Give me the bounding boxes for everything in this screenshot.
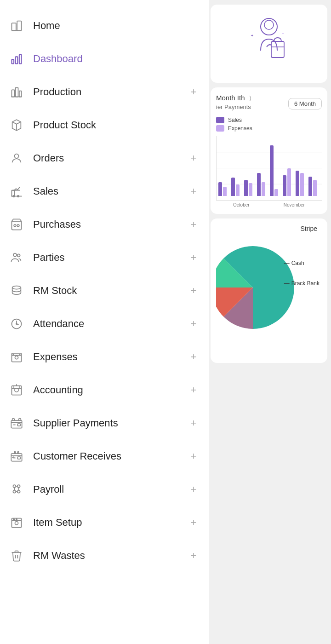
- chart-subtitle: ier Payments: [216, 104, 251, 110]
- attendance-icon: [8, 316, 25, 332]
- sidebar-item-purchases[interactable]: Purchases +: [0, 208, 209, 241]
- sidebar-item-label: Expenses: [33, 351, 187, 363]
- purchases-icon: [8, 216, 25, 233]
- bar-group: [270, 145, 281, 196]
- expand-button[interactable]: +: [187, 318, 200, 330]
- sidebar-item-accounting[interactable]: Accounting +: [0, 374, 209, 407]
- expand-button[interactable]: +: [187, 450, 200, 462]
- sidebar-item-supplier-payments[interactable]: Supplier Payments +: [0, 407, 209, 440]
- expand-button[interactable]: +: [187, 285, 200, 297]
- expand-button[interactable]: +: [187, 351, 200, 363]
- svg-point-29: [19, 354, 20, 355]
- sidebar-item-rm-stock[interactable]: RM Stock +: [0, 274, 209, 307]
- chart-card: Month Ith ) ier Payments 6 Month Sales E…: [211, 87, 327, 214]
- expenses-bar: [313, 180, 317, 196]
- chart-legend: Sales Expenses: [216, 117, 322, 132]
- bar-group: [244, 180, 256, 196]
- right-panel: ✦ ✦ Month Ith ) ier Payments 6 Month Sal…: [207, 0, 331, 644]
- chart-x-labels: October November: [216, 202, 322, 207]
- svg-point-40: [17, 490, 20, 493]
- sidebar-item-item-setup[interactable]: Item Setup +: [0, 506, 209, 539]
- payroll-icon: [8, 481, 25, 498]
- svg-rect-0: [12, 23, 16, 30]
- legend-item-sales: Sales: [216, 117, 322, 123]
- sidebar-item-payroll[interactable]: Payroll +: [0, 473, 209, 506]
- expand-button[interactable]: +: [187, 517, 200, 529]
- sidebar-item-label: Production: [33, 86, 187, 98]
- sidebar: Home Dashboard Production +: [0, 0, 209, 644]
- sidebar-item-label: Sales: [33, 185, 187, 197]
- sidebar-item-attendance[interactable]: Attendance +: [0, 307, 209, 340]
- expand-button[interactable]: +: [187, 417, 200, 429]
- sales-bar: [296, 171, 299, 196]
- expand-button[interactable]: +: [187, 384, 200, 396]
- pie-card: Stripe: [211, 218, 327, 363]
- sidebar-item-label: Attendance: [33, 318, 187, 330]
- expand-button[interactable]: +: [187, 152, 200, 164]
- expand-button[interactable]: +: [187, 550, 200, 562]
- svg-point-20: [17, 224, 19, 227]
- svg-rect-36: [17, 457, 20, 459]
- bar-chart-inner: [217, 136, 322, 196]
- sales-bar: [218, 182, 222, 196]
- expand-button[interactable]: +: [187, 218, 200, 230]
- sales-bar: [231, 178, 235, 196]
- svg-point-39: [13, 490, 16, 493]
- bar-group: [231, 178, 243, 196]
- svg-point-48: [16, 519, 17, 520]
- sidebar-item-rm-wastes[interactable]: RM Wastes +: [0, 539, 209, 572]
- parties-icon: [8, 249, 25, 266]
- svg-point-22: [17, 254, 20, 257]
- sidebar-item-product-stock[interactable]: Product Stock: [0, 109, 209, 142]
- sidebar-item-label: Payroll: [33, 483, 187, 495]
- svg-point-15: [13, 196, 15, 197]
- sidebar-item-sales[interactable]: Sales +: [0, 175, 209, 208]
- svg-text:✦: ✦: [251, 34, 254, 38]
- bar-chart: [216, 136, 322, 201]
- svg-point-38: [17, 485, 20, 488]
- svg-point-47: [13, 519, 14, 520]
- sidebar-item-production[interactable]: Production +: [0, 75, 209, 109]
- expand-button[interactable]: +: [187, 185, 200, 197]
- expand-button[interactable]: +: [187, 483, 200, 495]
- sidebar-item-label: Accounting: [33, 384, 187, 396]
- sidebar-item-dashboard[interactable]: Dashboard: [0, 42, 209, 75]
- sales-bar: [257, 173, 261, 196]
- customer-receives-icon: [8, 448, 25, 465]
- svg-rect-8: [19, 91, 22, 97]
- supplier-payments-icon: [8, 415, 25, 431]
- svg-rect-7: [16, 88, 18, 97]
- period-badge[interactable]: 6 Month: [288, 98, 322, 109]
- expand-button[interactable]: +: [187, 86, 200, 98]
- bar-group: [308, 177, 320, 196]
- svg-rect-3: [12, 59, 14, 63]
- sidebar-item-customer-receives[interactable]: Customer Receives +: [0, 440, 209, 473]
- sales-label: Sales: [228, 117, 242, 123]
- sidebar-item-label: Product Stock: [33, 119, 200, 131]
- svg-point-27: [15, 356, 18, 359]
- svg-point-25: [16, 323, 17, 324]
- svg-rect-6: [12, 90, 15, 97]
- sales-icon: [8, 183, 25, 200]
- svg-rect-30: [12, 386, 22, 395]
- svg-rect-5: [19, 55, 22, 64]
- sidebar-item-expenses[interactable]: Expenses +: [0, 340, 209, 374]
- sidebar-item-parties[interactable]: Parties +: [0, 241, 209, 274]
- expenses-bar: [249, 183, 252, 196]
- accounting-icon: [8, 382, 25, 398]
- svg-point-23: [12, 286, 21, 289]
- bar-group: [283, 168, 294, 196]
- bar-group: [296, 171, 307, 196]
- home-icon: [8, 17, 25, 34]
- sidebar-item-label: Parties: [33, 252, 187, 264]
- sidebar-item-label: Dashboard: [33, 53, 200, 65]
- expand-button[interactable]: +: [187, 252, 200, 264]
- svg-rect-53: [271, 41, 284, 58]
- sales-bar: [244, 180, 248, 196]
- sidebar-item-orders[interactable]: Orders +: [0, 142, 209, 175]
- sidebar-item-home[interactable]: Home: [0, 9, 209, 42]
- expenses-bar: [274, 189, 278, 196]
- sidebar-item-label: Home: [33, 20, 200, 32]
- expenses-bar: [300, 173, 304, 196]
- item-setup-icon: [8, 514, 25, 531]
